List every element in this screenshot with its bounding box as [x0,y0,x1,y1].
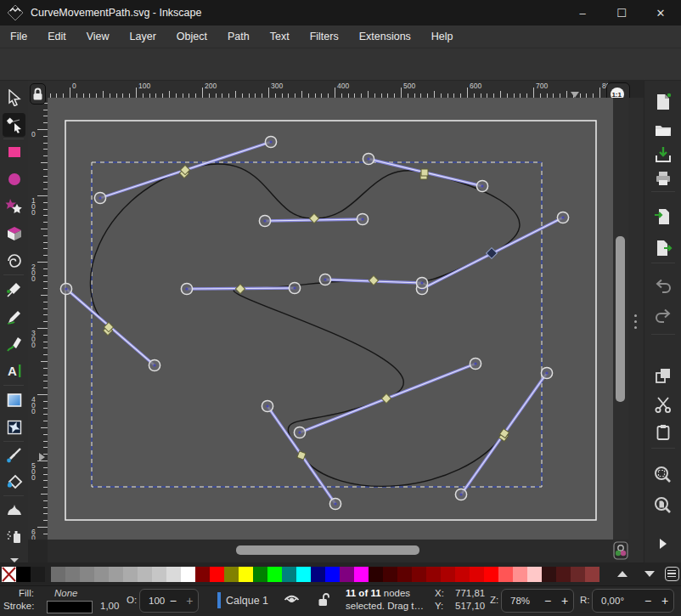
swatch-00ff00[interactable] [267,567,282,582]
swatch-868686[interactable] [80,567,94,582]
swatch-0000ff[interactable] [325,567,340,582]
path-node-2[interactable] [309,213,318,223]
swatch-1c1c1c[interactable] [31,567,45,582]
tool-selector[interactable] [3,86,25,110]
menu-item-help[interactable]: Help [421,25,464,48]
swatch-000000[interactable] [16,567,31,582]
rotation-increase[interactable]: + [656,594,673,608]
swatch-800080[interactable] [340,567,354,582]
swatch-6e6e6e[interactable] [51,567,65,582]
swatch-ffc8c8[interactable] [527,567,542,582]
menu-item-filters[interactable]: Filters [300,25,349,48]
tool-mesh-gradient[interactable] [3,415,25,439]
tool-dropper[interactable] [3,443,25,466]
zoom-decrease[interactable]: − [539,594,556,608]
menu-item-object[interactable]: Object [166,25,217,48]
zoom-value[interactable]: 78% [502,596,539,606]
color-management-icon[interactable] [613,541,628,560]
save-button[interactable] [653,144,673,165]
tool-spray[interactable] [3,524,25,548]
horizontal-ruler[interactable]: 0100200300400500600700800 [48,81,608,98]
swatch-c60000[interactable] [455,567,470,582]
swatch-none[interactable] [2,567,16,582]
canvas-svg[interactable] [48,98,613,540]
copy-button[interactable] [653,365,673,386]
tool-pencil[interactable] [3,305,25,329]
tool-calligraphy[interactable] [3,332,25,356]
swatch-c6c6c6[interactable] [152,567,166,582]
canvas[interactable] [48,98,613,540]
tool-spiral[interactable] [3,249,25,273]
stroke-color-swatch[interactable] [47,601,93,613]
swatch-ff9090[interactable] [513,567,527,582]
swatch-00ffff[interactable] [296,567,311,582]
vertical-scrollbar-thumb[interactable] [616,236,625,402]
swatch-8e3a3a[interactable] [585,567,599,582]
tool-ellipse[interactable] [3,167,25,191]
palette-scroll-down[interactable] [640,564,659,583]
swatch-4c1616[interactable] [556,567,571,582]
bezier-path[interactable] [90,164,520,486]
swatch-920000[interactable] [426,567,441,582]
opacity-increase[interactable]: + [182,594,198,608]
menu-item-edit[interactable]: Edit [37,25,76,48]
tool-gradient[interactable] [3,388,25,412]
menu-item-path[interactable]: Path [217,25,260,48]
tool-text[interactable]: A [3,359,25,383]
path-node-7[interactable] [381,393,391,403]
swatch-008080[interactable] [282,567,296,582]
tool-tweak[interactable] [3,497,25,521]
swatch-ac0000[interactable] [441,567,455,582]
opacity-value[interactable]: 100 [140,596,165,606]
fill-value[interactable]: None [54,588,78,598]
palette-menu-button[interactable] [662,564,681,583]
swatch-ffffff[interactable] [181,567,195,582]
path-node-5[interactable] [369,275,378,285]
swatch-2a0000[interactable] [369,567,383,582]
swatch-ff0000[interactable] [484,567,498,582]
zoom-spinner[interactable]: 78% − + [501,589,574,613]
open-button[interactable] [653,120,673,140]
rotation-decrease[interactable]: − [639,594,656,608]
swatch-7a7a7a[interactable] [65,567,80,582]
cut-button[interactable] [653,394,673,415]
swatch-dadada[interactable] [166,567,181,582]
path-node-6[interactable] [235,284,245,293]
zoom-increase[interactable]: + [556,594,573,608]
opacity-decrease[interactable]: − [165,594,181,608]
swatch-ff5555[interactable] [498,567,513,582]
tool-paint-bucket[interactable] [3,470,25,494]
vertical-ruler[interactable]: 01 0 02 0 03 0 04 0 05 0 06 0 0 [28,98,48,540]
swatch-000080[interactable] [311,567,325,582]
horizontal-scrollbar-thumb[interactable] [236,545,419,555]
maximize-button[interactable]: ☐ [603,0,640,25]
menu-item-text[interactable]: Text [260,25,300,48]
swatch-ffff00[interactable] [239,567,253,582]
vertical-scrollbar[interactable] [613,98,628,540]
menu-item-extensions[interactable]: Extensions [349,25,421,48]
swatch-301010[interactable] [542,567,556,582]
layer-lock-toggle[interactable] [318,592,330,608]
print-button[interactable] [653,168,673,189]
menu-item-file[interactable]: File [0,25,37,48]
swatch-929292[interactable] [94,567,109,582]
zoom-selection-button[interactable] [653,465,673,485]
layer-name[interactable]: Calque 1 [226,595,268,607]
stroke-width-value[interactable]: 1,00 [100,601,119,611]
menu-item-view[interactable]: View [76,25,120,48]
redo-button[interactable] [653,306,673,326]
swatch-b8b8b8[interactable] [138,567,152,582]
swatch-780000[interactable] [412,567,426,582]
swatch-9e9e9e[interactable] [109,567,123,582]
rotation-value[interactable]: 0,00° [593,596,639,606]
menu-item-layer[interactable]: Layer [120,25,166,48]
paste-button[interactable] [653,422,673,443]
swatch-808000[interactable] [224,567,239,582]
minimize-button[interactable]: – [564,0,601,25]
swatch-ababab[interactable] [123,567,138,582]
swatch-008000[interactable] [253,567,267,582]
new-document-button[interactable] [653,92,673,112]
guide-lock-icon[interactable] [30,83,46,105]
close-button[interactable]: ✕ [642,0,679,25]
dock-resize-strip[interactable] [628,98,644,562]
